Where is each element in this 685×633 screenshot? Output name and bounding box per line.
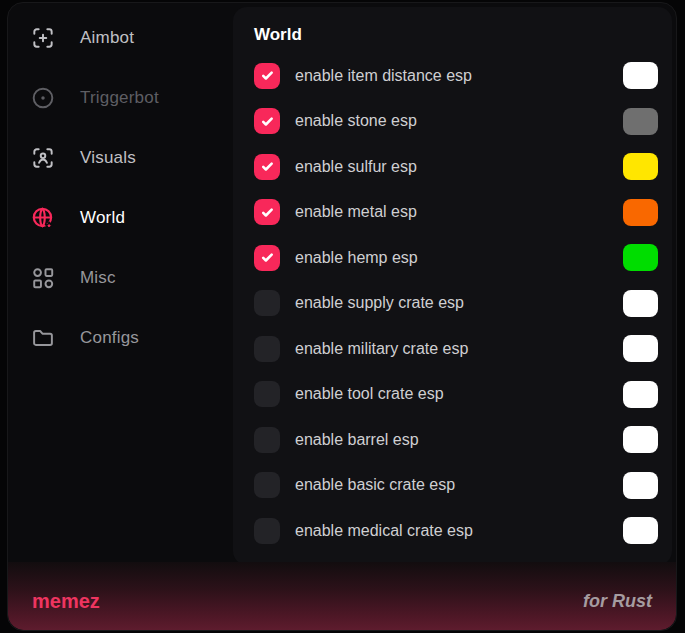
brand-tagline: for Rust xyxy=(583,591,652,612)
esp-setting-row: enable basic crate esp xyxy=(254,463,658,509)
esp-checkbox[interactable] xyxy=(254,336,280,362)
color-swatch[interactable] xyxy=(623,517,658,544)
esp-checkbox[interactable] xyxy=(254,245,280,271)
color-swatch[interactable] xyxy=(623,244,658,271)
esp-setting-row: enable metal esp xyxy=(254,190,658,236)
color-swatch[interactable] xyxy=(623,62,658,89)
color-swatch[interactable] xyxy=(623,108,658,135)
misc-shapes-grid-icon xyxy=(30,265,56,291)
checkmark-icon xyxy=(260,250,275,265)
color-swatch[interactable] xyxy=(623,426,658,453)
esp-setting-row: enable stone esp xyxy=(254,99,658,145)
esp-checkbox[interactable] xyxy=(254,381,280,407)
sidebar-item-aimbot[interactable]: Aimbot xyxy=(8,8,233,68)
color-swatch[interactable] xyxy=(623,153,658,180)
sidebar-item-misc[interactable]: Misc xyxy=(8,248,233,308)
panel-title: World xyxy=(254,25,658,45)
esp-checkbox[interactable] xyxy=(254,199,280,225)
esp-rows: enable item distance esp enable stone es… xyxy=(254,53,658,565)
esp-row-label: enable medical crate esp xyxy=(295,522,623,540)
sidebar-item-label: Visuals xyxy=(80,148,136,168)
checkmark-icon xyxy=(260,68,275,83)
esp-row-label: enable item distance esp xyxy=(295,67,623,85)
visuals-person-scan-icon xyxy=(30,145,56,171)
sidebar-item-label: World xyxy=(80,208,125,228)
color-swatch[interactable] xyxy=(623,472,658,499)
sidebar-item-visuals[interactable]: Visuals xyxy=(8,128,233,188)
esp-setting-row: enable medical crate esp xyxy=(254,508,658,554)
cheat-menu-window: Aimbot Triggerbot Visuals xyxy=(7,2,677,631)
color-swatch[interactable] xyxy=(623,199,658,226)
esp-checkbox[interactable] xyxy=(254,154,280,180)
esp-setting-row: enable sulfur esp xyxy=(254,144,658,190)
color-swatch[interactable] xyxy=(623,290,658,317)
esp-row-label: enable basic crate esp xyxy=(295,476,623,494)
sidebar-item-configs[interactable]: Configs xyxy=(8,308,233,368)
esp-checkbox[interactable] xyxy=(254,472,280,498)
sidebar-item-label: Configs xyxy=(80,328,139,348)
esp-row-label: enable supply crate esp xyxy=(295,294,623,312)
sidebar-item-world[interactable]: World xyxy=(8,188,233,248)
color-swatch[interactable] xyxy=(623,381,658,408)
sidebar-item-label: Triggerbot xyxy=(80,88,159,108)
esp-checkbox[interactable] xyxy=(254,108,280,134)
esp-checkbox[interactable] xyxy=(254,290,280,316)
esp-setting-row: enable military crate esp xyxy=(254,326,658,372)
esp-row-label: enable military crate esp xyxy=(295,340,623,358)
esp-checkbox[interactable] xyxy=(254,518,280,544)
sidebar-item-label: Misc xyxy=(80,268,116,288)
checkmark-icon xyxy=(260,159,275,174)
esp-setting-row: enable hemp esp xyxy=(254,235,658,281)
esp-row-label: enable metal esp xyxy=(295,203,623,221)
esp-setting-row: enable tool crate esp xyxy=(254,372,658,418)
esp-setting-row: enable barrel esp xyxy=(254,417,658,463)
esp-setting-row: enable supply crate esp xyxy=(254,281,658,327)
checkmark-icon xyxy=(260,205,275,220)
world-globe-star-icon xyxy=(30,205,56,231)
color-swatch[interactable] xyxy=(623,335,658,362)
esp-setting-row: enable item distance esp xyxy=(254,53,658,99)
footer-bar: memez for Rust xyxy=(8,562,676,630)
sidebar-nav: Aimbot Triggerbot Visuals xyxy=(8,3,233,631)
aimbot-crosshair-scan-icon xyxy=(30,25,56,51)
brand-name: memez xyxy=(32,590,100,613)
checkmark-icon xyxy=(260,114,275,129)
esp-checkbox[interactable] xyxy=(254,63,280,89)
esp-row-label: enable sulfur esp xyxy=(295,158,623,176)
esp-row-label: enable hemp esp xyxy=(295,249,623,267)
sidebar-item-label: Aimbot xyxy=(80,28,134,48)
esp-row-label: enable tool crate esp xyxy=(295,385,623,403)
sidebar-item-triggerbot[interactable]: Triggerbot xyxy=(8,68,233,128)
esp-row-label: enable stone esp xyxy=(295,112,623,130)
esp-row-label: enable barrel esp xyxy=(295,431,623,449)
configs-folder-icon xyxy=(30,325,56,351)
triggerbot-circle-dot-icon xyxy=(30,85,56,111)
esp-checkbox[interactable] xyxy=(254,427,280,453)
world-settings-panel: World enable item distance esp enable st… xyxy=(233,7,672,565)
